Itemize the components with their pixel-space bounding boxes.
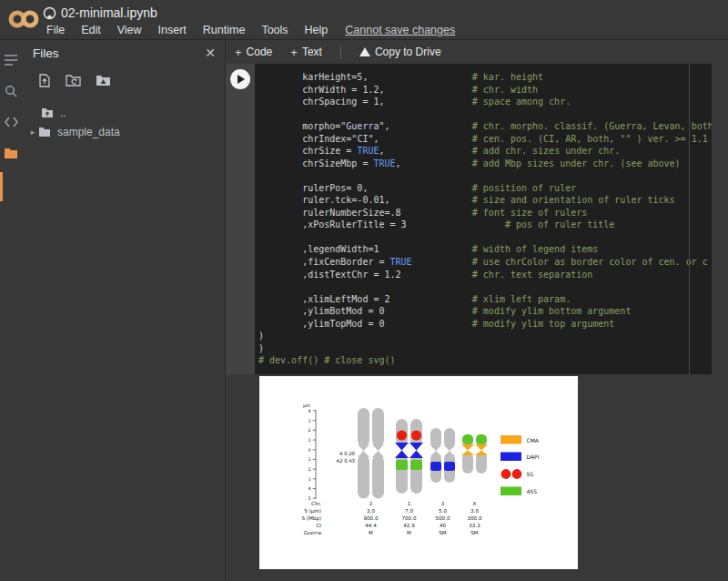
files-icon-active[interactable] [0, 142, 22, 164]
tree-item-sample-data[interactable]: ▸ sample_data [22, 125, 225, 139]
code-line: chrIndex="CI", # cen. pos. (CI, AR, both… [258, 133, 712, 146]
chevron-right-icon[interactable]: ▸ [27, 127, 38, 137]
save-status-link[interactable]: Cannot save changes [345, 24, 455, 36]
arm-ratio-annotation: A 0.20 [339, 451, 356, 456]
code-line: ) [258, 342, 712, 355]
code-line: rulerPos= 0, # position of ruler [258, 182, 712, 195]
table-cell: 33.3 [469, 523, 480, 528]
menu-insert[interactable]: Insert [150, 24, 195, 36]
legend-label: DAPI [527, 454, 540, 460]
notebook-title[interactable]: 02-minimal.ipynb [61, 5, 157, 20]
code-line [258, 280, 712, 293]
ruler-tick-label: 2 [308, 428, 310, 433]
mark-45s [410, 460, 422, 470]
code-line [258, 108, 712, 121]
copy-to-drive-label: Copy to Drive [375, 46, 441, 58]
code-line: rulerNumberSize=.8 # font size of rulers [258, 207, 712, 219]
legend-label: 5S [527, 471, 534, 477]
cell-toolbar: + Code + Text Copy to Drive [226, 40, 728, 64]
output-figure: µm 4 3 2 1 0 1 2 3 4 5 A 0.20 A2 0.43 [259, 376, 578, 569]
arm-ratio-annotation: A2 0.43 [337, 458, 355, 464]
figure-ruler [313, 410, 316, 499]
table-cell: 300.0 [467, 515, 481, 521]
code-line: ,ylimBotMod = 0 # modify ylim bottom arg… [258, 305, 712, 318]
table-cell: SM [470, 530, 479, 535]
add-code-button[interactable]: + Code [226, 40, 281, 64]
upload-file-icon[interactable] [38, 74, 51, 91]
table-cell: 500.0 [435, 515, 450, 521]
copy-to-drive-button[interactable]: Copy to Drive [350, 40, 450, 64]
run-cell-button[interactable] [230, 69, 250, 89]
code-line: # dev.off() # close svg() [258, 354, 712, 367]
legend-swatch-5s [501, 469, 511, 479]
chromosome-x [461, 434, 488, 474]
code-line: ,fixCenBorder = TRUE # use chrColor as b… [258, 256, 712, 269]
tree-item-label: .. [60, 107, 66, 119]
panel-title: Files [33, 46, 59, 60]
figure-legend: CMA DAPI 5S 45S [500, 435, 540, 495]
play-icon [238, 75, 245, 84]
folder-up-icon [41, 107, 54, 118]
active-panel-indicator [0, 172, 3, 201]
mark-dapi [395, 443, 423, 458]
chromosome-1 [395, 419, 423, 494]
code-line: ,xlimLeftMod = 2 # xlim left param. [258, 293, 712, 306]
file-tree: .. ▸ sample_data [22, 106, 225, 139]
code-line: ruler.tck=-0.01, # size and orientation … [258, 194, 712, 207]
menu-runtime[interactable]: Runtime [195, 24, 254, 36]
code-line [258, 231, 712, 244]
table-cell: 3.0 [367, 508, 375, 514]
files-actions [22, 66, 225, 91]
refresh-folder-icon[interactable] [66, 74, 81, 91]
header: 02-minimal.ipynb File Edit View Insert R… [0, 0, 728, 40]
ruler-tick-label: 4 [308, 409, 310, 413]
search-icon[interactable] [0, 80, 22, 102]
table-cell: 40 [440, 523, 447, 528]
table-cell: 3 [441, 501, 445, 506]
ruler-unit-label: µm [303, 403, 310, 409]
mark-45s [396, 460, 408, 470]
code-line: ,legendWidth=1 # width of legend items [258, 243, 712, 256]
mark-5s [397, 430, 407, 440]
code-snippets-icon[interactable] [0, 111, 22, 133]
code-line: ,distTextChr = 1.2 # chr. text separatio… [258, 269, 712, 281]
toolbar-divider [340, 46, 341, 59]
mark-45s [476, 434, 487, 444]
code-editor[interactable]: karHeight=5, # kar. height chrWidth = 1.… [255, 64, 712, 374]
mount-drive-icon[interactable] [96, 74, 111, 91]
table-cell: 3.0 [470, 508, 479, 514]
code-line: karHeight=5, # kar. height [258, 71, 712, 84]
code-line: chrWidth = 1.2, # chr. width [258, 84, 712, 97]
mark-45s [462, 434, 473, 444]
legend-swatch-5s [512, 469, 522, 479]
ruler-tick-label: 0 [308, 448, 310, 453]
drive-icon [359, 47, 370, 56]
mark-dapi [430, 462, 441, 471]
sidebar-rail [0, 39, 22, 581]
table-row-label: Chr. [311, 501, 321, 506]
menu-view[interactable]: View [109, 24, 150, 36]
menu-edit[interactable]: Edit [73, 24, 109, 36]
table-cell: 700.0 [401, 515, 416, 521]
tree-item-parent-dir[interactable]: .. [22, 106, 225, 120]
add-code-label: Code [247, 46, 273, 58]
table-of-contents-icon[interactable] [0, 49, 22, 71]
ruler-tick-label: 1 [308, 457, 310, 462]
editor-column-ruler [689, 64, 690, 374]
legend-swatch-45s [500, 487, 521, 496]
code-line: morpho="Guerra", # chr. morpho. classif.… [258, 120, 712, 133]
add-text-button[interactable]: + Text [281, 40, 331, 64]
cell-gutter [226, 64, 255, 374]
code-cell: karHeight=5, # kar. height chrWidth = 1.… [226, 64, 712, 374]
plus-icon: + [290, 46, 298, 59]
legend-swatch-dapi [500, 453, 521, 462]
close-icon[interactable]: ✕ [205, 46, 216, 60]
menu-file[interactable]: File [38, 24, 73, 36]
code-line: chrSize = TRUE, # add chr. sizes under c… [258, 145, 712, 158]
menu-help[interactable]: Help [297, 24, 337, 36]
table-cell: M [369, 530, 373, 535]
table-cell: 44.4 [365, 523, 377, 528]
menu-tools[interactable]: Tools [253, 24, 296, 36]
code-line: chrSpacing = 1, # space among chr. [258, 96, 712, 108]
colab-logo-icon[interactable] [7, 5, 40, 36]
